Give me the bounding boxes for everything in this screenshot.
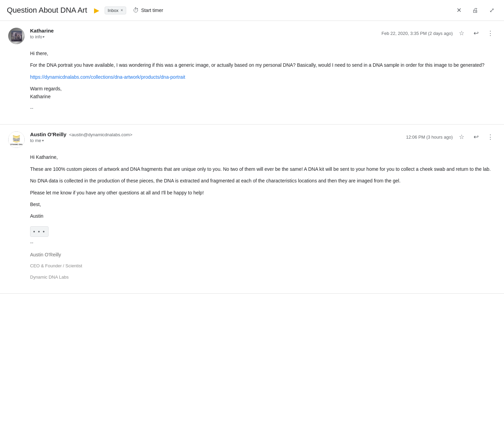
ellipsis-button[interactable]: • • •: [30, 226, 49, 237]
sig-company: Dynamic DNA Labs: [30, 274, 496, 281]
email-message-2: DYNAMIC DNA Austin O'Reilly <austin@dyna…: [0, 125, 504, 293]
email-body-2: Hi Katharine, These are 100% custom piec…: [8, 153, 496, 281]
email-closing-1: Warm regards,Katharine: [30, 85, 496, 100]
svg-text:DYNAMIC DNA: DYNAMIC DNA: [10, 143, 23, 145]
email-thread: Katharine to info ▾ Feb 22, 2020, 3:35 P…: [0, 21, 504, 294]
email-separator-2: --: [30, 239, 496, 246]
email-sign-2: Austin: [30, 212, 496, 220]
email-separator-1: --: [30, 104, 496, 112]
email-content-1: For the DNA portrait you have available,…: [30, 61, 496, 69]
reply-button-1[interactable]: ↩: [470, 28, 481, 39]
dynamic-dna-logo-svg: DYNAMIC DNA: [10, 133, 23, 146]
message-meta-2: 12:06 PM (3 hours ago) ☆ ↩ ⋮: [406, 131, 496, 142]
email-subject: Question About DNA Art: [7, 6, 87, 15]
sig-name: Austin O'Reilly: [30, 251, 496, 258]
email-greeting-2: Hi Katharine,: [30, 153, 496, 161]
start-timer-button[interactable]: ⏱ Start timer: [133, 7, 163, 14]
email-closing-2: Best,: [30, 201, 496, 208]
message-date-1: Feb 22, 2020, 3:35 PM (2 days ago): [382, 31, 453, 36]
close-button[interactable]: ✕: [453, 5, 464, 16]
sender-to-austin[interactable]: to me ▾: [30, 138, 406, 143]
more-options-button-2[interactable]: ⋮: [485, 131, 496, 142]
message-meta-1: Feb 22, 2020, 3:35 PM (2 days ago) ☆ ↩ ⋮: [382, 28, 496, 39]
inbox-close-icon[interactable]: ×: [121, 8, 123, 13]
message-date-2: 12:06 PM (3 hours ago): [406, 135, 453, 140]
avatar-austin: DYNAMIC DNA: [8, 131, 25, 148]
sig-title: CEO & Founder / Scientist: [30, 263, 496, 270]
email-body-1: Hi there, For the DNA portrait you have …: [8, 50, 496, 112]
header-actions: ✕ 🖨 ⤢: [453, 5, 497, 16]
email-content-2c: Please let me know if you have any other…: [30, 189, 496, 196]
popout-button[interactable]: ⤢: [486, 5, 497, 16]
sender-to-katharine[interactable]: to info ▾: [30, 34, 382, 39]
inbox-badge[interactable]: Inbox ×: [105, 7, 126, 14]
chevron-down-icon-2: ▾: [42, 139, 44, 142]
reply-button-2[interactable]: ↩: [470, 131, 481, 142]
email-1-header: Katharine to info ▾ Feb 22, 2020, 3:35 P…: [8, 28, 496, 44]
chevron-down-icon: ▾: [43, 35, 44, 39]
to-label-katharine: to info: [30, 34, 42, 39]
email-link-1[interactable]: https://dynamicdnalabs.com/collections/d…: [30, 74, 185, 80]
email-content-2a: These are 100% custom pieces of artwork …: [30, 165, 496, 173]
email-header: Question About DNA Art ▶ Inbox × ⏱ Start…: [0, 0, 504, 21]
email-2-header: DYNAMIC DNA Austin O'Reilly <austin@dyna…: [8, 131, 496, 148]
timer-icon: ⏱: [133, 7, 139, 14]
inbox-label: Inbox: [108, 8, 119, 13]
sender-email-austin: <austin@dynamicdnalabs.com>: [69, 132, 132, 137]
more-options-button-1[interactable]: ⋮: [485, 28, 496, 39]
avatar-katharine: [8, 28, 25, 44]
sender-info-katharine: Katharine to info ▾: [30, 28, 382, 39]
star-button-2[interactable]: ☆: [456, 131, 467, 142]
start-timer-label: Start timer: [141, 8, 163, 13]
print-button[interactable]: 🖨: [470, 5, 481, 16]
email-link-container-1: https://dynamicdnalabs.com/collections/d…: [30, 73, 496, 81]
send-arrow-icon: ▶: [94, 6, 99, 14]
email-content-2b: No DNA data is collected in the producti…: [30, 177, 496, 184]
email-message-1: Katharine to info ▾ Feb 22, 2020, 3:35 P…: [0, 21, 504, 125]
star-button-1[interactable]: ☆: [456, 28, 467, 39]
sender-name-katharine: Katharine: [30, 28, 54, 34]
sender-info-austin: Austin O'Reilly <austin@dynamicdnalabs.c…: [30, 131, 406, 143]
email-greeting-1: Hi there,: [30, 50, 496, 57]
sender-name-austin: Austin O'Reilly: [30, 131, 66, 137]
to-label-austin: to me: [30, 138, 41, 143]
